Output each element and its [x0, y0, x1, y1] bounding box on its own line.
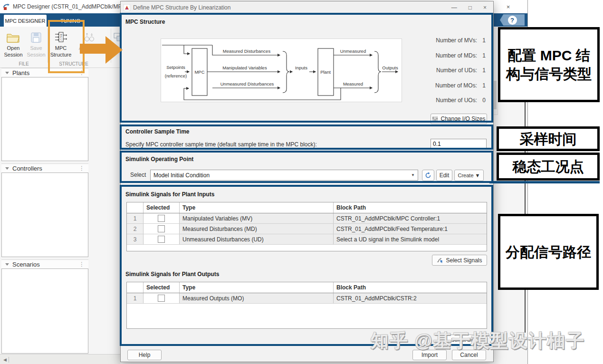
chevron-down-icon [5, 167, 9, 170]
kebab-menu-icon[interactable]: ⋮ [79, 69, 85, 76]
selected-checkbox[interactable] [158, 295, 165, 302]
diagram-md-label: Measured Disturbances [223, 48, 271, 54]
plant-inputs-heading: Simulink Signals for Plant Inputs [125, 191, 214, 198]
io-attributes-icon [75, 29, 105, 44]
diagram-mpc-label: MPC [194, 69, 204, 75]
chevron-down-icon [5, 72, 9, 74]
sample-time-label: Specify MPC controller sample time (defa… [125, 141, 317, 148]
toolbar-divider [48, 29, 48, 63]
mpc-structure-button[interactable]: M P C MPC Structure [48, 29, 73, 58]
dialog-titlebar[interactable]: Define MPC Structure By Linearization — … [121, 1, 493, 14]
selected-checkbox[interactable] [158, 236, 165, 243]
mpc-structure-label: MPC Structure [48, 45, 73, 58]
sample-time-input[interactable] [431, 139, 487, 149]
save-session-label: Save Session [24, 45, 48, 58]
plant-inputs-table: Selected Type Block Path 1 Manipulated V… [126, 202, 487, 251]
plants-list[interactable] [1, 77, 88, 161]
sample-time-heading: Controller Sample Time [125, 128, 189, 135]
save-floppy-icon [24, 29, 48, 44]
io-count-row: Number of MOs:1 [412, 82, 486, 89]
kebab-menu-icon[interactable]: ⋮ [79, 165, 85, 172]
scenarios-label: Scenarios [12, 261, 40, 268]
diagram-mv-label: Manipulated Variables [222, 65, 267, 70]
dialog-title: Define MPC Structure By Linearization [133, 4, 230, 11]
table-header-row: Selected Type Block Path [127, 282, 487, 293]
chevron-down-icon [5, 263, 9, 266]
annotation-structure: 配置 MPC 结构与信号类型 [498, 27, 600, 102]
group-label-structure: STRUCTURE [45, 61, 102, 67]
edit-button[interactable]: Edit [436, 170, 452, 181]
select-signals-icon [437, 257, 443, 263]
create-button[interactable]: Create ▼ [454, 170, 484, 181]
group-label-file: FILE [9, 61, 39, 67]
help-icon: ? [508, 16, 517, 25]
mpc-structure-icon: M P C [48, 29, 73, 44]
table-row[interactable]: 3 Unmeasured Disturbances (UD) Select a … [127, 234, 487, 245]
table-row[interactable]: 1 Manipulated Variables (MV) CSTR_01_Add… [127, 213, 487, 224]
plants-label: Plants [12, 69, 29, 77]
diagram-ud-label: Unmeasured Disturbances [220, 81, 274, 86]
selected-checkbox[interactable] [158, 215, 165, 222]
diagram-setpoints-label: Setpoints [166, 65, 185, 70]
io-count-row: Number of MVs:1 [412, 37, 486, 44]
diagram-reference-label: (reference) [165, 73, 187, 78]
selected-checkbox[interactable] [158, 225, 165, 232]
operating-point-dropdown[interactable]: Model Initial Condition ▼ [150, 170, 418, 181]
table-empty-row [127, 304, 487, 328]
watermark: 知乎 @基于模型设计柚子 [371, 329, 599, 353]
screenshot-stage: MPC Designer (CSTR_01_AddMPCblk/MPC Con … [0, 0, 603, 364]
save-session-button: Save Session [24, 29, 48, 58]
tab-mpc-designer[interactable]: MPC DESIGNER [4, 15, 47, 27]
table-row[interactable]: 2 Measured Disturbances (MD) CSTR_01_Add… [127, 224, 487, 234]
tab-tuning[interactable]: TUNING [51, 15, 89, 27]
diagram-inputs-label: Inputs [295, 65, 307, 70]
mpc-structure-diagram: Setpoints (reference) MPC Measured Distu… [161, 38, 402, 102]
attributes-label: Attributes [75, 45, 105, 52]
close-icon[interactable]: × [507, 3, 510, 10]
open-session-button[interactable]: Open Session [1, 29, 26, 58]
annotation-signals: 分配信号路径 [498, 214, 599, 290]
refresh-button[interactable] [422, 170, 434, 181]
controllers-list[interactable] [1, 172, 88, 257]
operating-point-heading: Simulink Operating Point [125, 156, 193, 163]
sidebar-section-controllers[interactable]: Controllers ⋮ [1, 163, 88, 173]
table-header-row: Selected Type Block Path [127, 202, 487, 213]
change-io-sizes-button[interactable]: Change I/O Sizes [431, 114, 487, 124]
help-button[interactable]: ? [500, 14, 525, 26]
close-icon[interactable]: × [483, 4, 487, 11]
mpc-designer-app-icon [2, 3, 10, 10]
annotation-operating-point: 稳态工况点 [497, 153, 600, 181]
diagram-outputs-label: Outputs [382, 65, 398, 70]
plant-outputs-table: Selected Type Block Path 1 Measured Outp… [126, 282, 487, 329]
kebab-menu-icon[interactable]: ⋮ [79, 261, 85, 268]
select-signals-button[interactable]: Select Signals [432, 255, 487, 266]
dialog-app-icon [124, 4, 130, 11]
table-empty-row [127, 245, 487, 251]
maximize-icon[interactable]: □ [469, 4, 472, 11]
plant-outputs-heading: Simulink Signals for Plant Outputs [125, 271, 219, 278]
sidebar-section-plants[interactable]: Plants ⋮ [1, 68, 88, 77]
refresh-icon [425, 172, 431, 179]
io-count-row: Number of MDs:1 [412, 52, 486, 59]
io-sizes-icon [432, 116, 438, 122]
define-mpc-structure-dialog: Define MPC Structure By Linearization — … [120, 1, 494, 362]
chevron-down-icon: ▼ [411, 173, 415, 177]
scrollbar-thumb[interactable] [493, 81, 497, 109]
main-window-title: MPC Designer (CSTR_01_AddMPCblk/MPC Con [13, 3, 138, 10]
mpc-structure-heading: MPC Structure [125, 19, 165, 25]
collapse-panel-icon[interactable]: ◀ [3, 357, 9, 363]
table-row[interactable]: 1 Measured Outputs (MO) CSTR_01_AddMPCbl… [127, 293, 487, 304]
dropdown-value: Model Initial Condition [153, 172, 210, 179]
minimize-icon[interactable]: — [451, 4, 457, 11]
help-button[interactable]: Help [127, 350, 162, 360]
annotation-sample-time: 采样时间 [497, 126, 600, 151]
io-count-row: Number of UOs:0 [412, 97, 486, 104]
status-bar: ◀ [0, 354, 120, 364]
io-count-row: Number of UDs:1 [412, 67, 486, 74]
diagram-plant-label: Plant [320, 69, 331, 75]
sidebar-section-scenarios[interactable]: Scenarios ⋮ [1, 259, 88, 269]
open-folder-icon [1, 29, 26, 44]
scenarios-list[interactable] [1, 268, 88, 354]
open-session-label: Open Session [1, 45, 26, 58]
diagram-unmeasured-label: Unmeasured [340, 48, 366, 54]
